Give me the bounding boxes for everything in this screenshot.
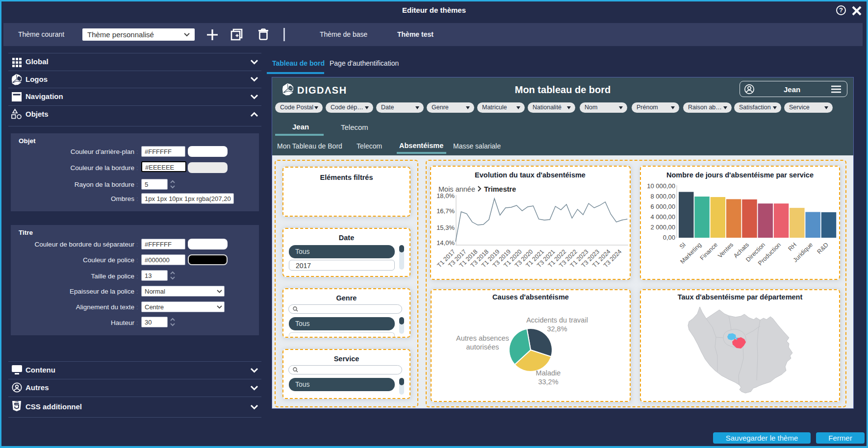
svg-text:Causes d'absentéisme: Causes d'absentéisme	[492, 293, 569, 301]
svg-text:Autres absences: Autres absences	[456, 334, 509, 342]
svg-text:CSS: CSS	[15, 401, 19, 403]
svg-text:Evolution du taux d'absentéism: Evolution du taux d'absentéisme	[475, 171, 586, 179]
svg-text:Trimestre: Trimestre	[484, 185, 516, 193]
svg-text:2 000,00: 2 000,00	[650, 224, 675, 231]
svg-text:16,7%: 16,7%	[436, 207, 455, 215]
svg-text:0,00: 0,00	[663, 234, 675, 241]
svg-text:32,8%: 32,8%	[547, 325, 567, 333]
svg-text:6 000,00: 6 000,00	[650, 203, 675, 210]
svg-text:4 000,00: 4 000,00	[650, 213, 675, 221]
svg-text:Maladie: Maladie	[536, 369, 561, 377]
svg-text:10 000,00: 10 000,00	[647, 182, 675, 190]
svg-text:Taux d'absentéisme par départe: Taux d'absentéisme par département	[678, 293, 803, 301]
svg-text:autorisées: autorisées	[466, 343, 499, 351]
svg-text:15,3%: 15,3%	[436, 224, 455, 231]
svg-text:Finance: Finance	[699, 241, 719, 261]
svg-text:18,0%: 18,0%	[436, 192, 455, 199]
svg-text:R&D: R&D	[816, 241, 830, 255]
svg-text:SI: SI	[678, 241, 687, 250]
svg-text:Nombre de jours d'absentéisme: Nombre de jours d'absentéisme par servic…	[666, 171, 814, 179]
svg-text:Accidents du travail: Accidents du travail	[526, 316, 588, 324]
svg-text:RH: RH	[787, 241, 798, 252]
svg-text:Ventes: Ventes	[716, 241, 735, 259]
svg-text:14,0%: 14,0%	[436, 239, 455, 247]
svg-text:33,2%: 33,2%	[538, 378, 558, 386]
svg-text:8 000,00: 8 000,00	[650, 193, 675, 200]
